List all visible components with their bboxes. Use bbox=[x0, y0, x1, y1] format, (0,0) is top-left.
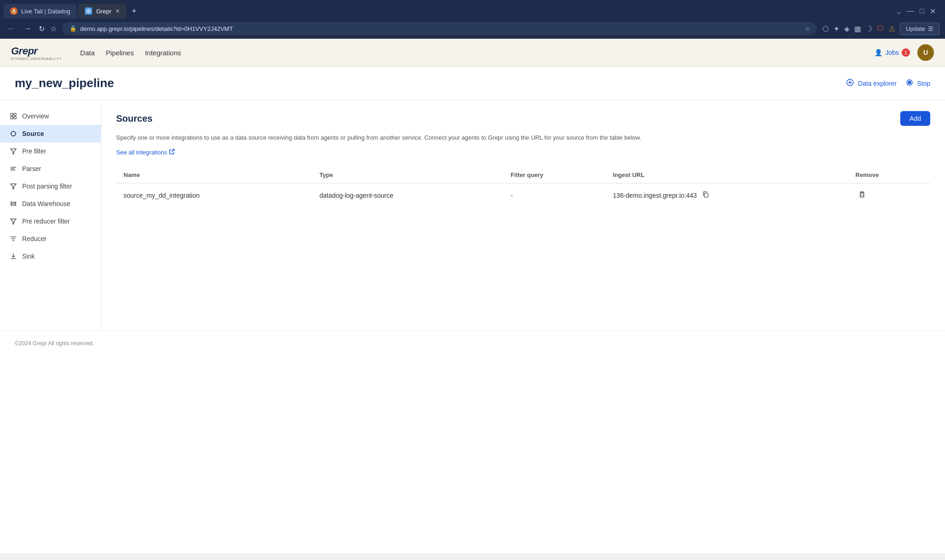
bookmark-button[interactable]: ☆ bbox=[50, 24, 57, 33]
sources-title: Sources bbox=[116, 113, 153, 124]
extension-sparkle-icon[interactable]: ✦ bbox=[833, 24, 839, 33]
svg-rect-7 bbox=[11, 113, 13, 116]
section-header: Sources Add bbox=[116, 111, 930, 126]
sidebar: Overview Source Pre fil bbox=[0, 100, 101, 330]
sources-table: Name Type Filter query Ingest URL Remove… bbox=[116, 167, 930, 207]
tab-grepr[interactable]: Grepr ✕ bbox=[78, 4, 126, 18]
overview-icon bbox=[9, 112, 18, 120]
source-icon bbox=[9, 130, 18, 138]
logo-sub: DYNAMIC OBSERVABILITY bbox=[11, 57, 62, 60]
extension-sidebar-icon[interactable]: ▦ bbox=[854, 24, 861, 33]
sidebar-item-pre-reducer-filter[interactable]: Pre reducer filter bbox=[0, 212, 101, 230]
stop-button[interactable]: Stop bbox=[906, 79, 930, 88]
sidebar-parser-label: Parser bbox=[22, 165, 41, 172]
svg-rect-9 bbox=[11, 117, 13, 119]
row-remove bbox=[848, 183, 930, 207]
browser-chrome: 🐶 Live Tail | Datadog Grepr ✕ + ⌵ — □ ✕ … bbox=[0, 0, 945, 39]
delete-row-button[interactable] bbox=[856, 190, 868, 201]
sidebar-sink-label: Sink bbox=[22, 253, 35, 260]
data-explorer-button[interactable]: Data explorer bbox=[846, 78, 897, 88]
data-explorer-icon bbox=[846, 78, 854, 88]
url-bar[interactable]: 🔒 demo.app.grepr.io/pipelines/details?id… bbox=[62, 22, 817, 35]
browser-extensions: ⬡ ✦ ◈ ▦ ☽ 🛡 ⚠ Update ☰ bbox=[822, 23, 939, 35]
tab-datadog-label: Live Tail | Datadog bbox=[21, 8, 70, 15]
address-bar: ← → ↻ ☆ 🔒 demo.app.grepr.io/pipelines/de… bbox=[0, 18, 945, 39]
sidebar-item-overview[interactable]: Overview bbox=[0, 107, 101, 125]
main-area: Sources Add Specify one or more integrat… bbox=[101, 100, 945, 330]
page-title: my_new_pipeline bbox=[15, 76, 114, 90]
sidebar-item-pre-filter[interactable]: Pre filter bbox=[0, 142, 101, 160]
page-footer: ©2024 Grepr All rights reserved. bbox=[0, 330, 945, 356]
svg-point-1 bbox=[88, 11, 89, 12]
sidebar-source-label: Source bbox=[22, 130, 44, 137]
col-ingest-url: Ingest URL bbox=[606, 167, 848, 183]
extension-gift-icon[interactable]: ◈ bbox=[844, 24, 850, 33]
tab-bar: 🐶 Live Tail | Datadog Grepr ✕ + ⌵ — □ ✕ bbox=[0, 0, 945, 18]
app-header: Grepr DYNAMIC OBSERVABILITY Data Pipelin… bbox=[0, 39, 945, 67]
jobs-badge: 1 bbox=[902, 48, 910, 57]
sink-icon bbox=[9, 252, 18, 260]
main-nav: Data Pipelines Integrations bbox=[80, 47, 181, 59]
row-filter-query: - bbox=[503, 183, 606, 207]
warning-icon[interactable]: ⚠ bbox=[889, 24, 895, 33]
sidebar-post-parsing-filter-label: Post parsing filter bbox=[22, 183, 72, 190]
row-type: datadog-log-agent-source bbox=[312, 183, 503, 207]
tab-grepr-label: Grepr bbox=[96, 8, 111, 15]
extension-puzzle-icon[interactable]: ⬡ bbox=[822, 24, 829, 33]
pre-reducer-filter-icon bbox=[9, 217, 18, 225]
minimize-icon[interactable]: — bbox=[907, 7, 914, 15]
new-tab-button[interactable]: + bbox=[128, 5, 141, 18]
footer-text: ©2024 Grepr All rights reserved. bbox=[15, 340, 94, 347]
parser-icon bbox=[9, 165, 18, 173]
tab-list-icon[interactable]: ⌵ bbox=[897, 7, 901, 16]
row-ingest-url: 136-demo.ingest.grepr.io:443 bbox=[606, 183, 848, 207]
svg-rect-6 bbox=[909, 82, 911, 84]
brave-shield-icon[interactable]: 🛡 bbox=[877, 24, 884, 33]
back-button[interactable]: ← bbox=[6, 23, 17, 35]
external-link-icon bbox=[169, 149, 175, 156]
logo[interactable]: Grepr DYNAMIC OBSERVABILITY bbox=[11, 45, 62, 60]
avatar[interactable]: U bbox=[917, 44, 934, 61]
col-remove: Remove bbox=[848, 167, 930, 183]
sidebar-item-sink[interactable]: Sink bbox=[0, 248, 101, 265]
col-filter-query: Filter query bbox=[503, 167, 606, 183]
add-button[interactable]: Add bbox=[900, 111, 930, 126]
tab-close-icon[interactable]: ✕ bbox=[115, 8, 120, 14]
lock-icon: 🔒 bbox=[70, 25, 77, 32]
sidebar-item-source[interactable]: Source bbox=[0, 125, 101, 142]
sidebar-reducer-label: Reducer bbox=[22, 235, 47, 242]
logo-text: Grepr bbox=[11, 45, 62, 57]
nav-pipelines[interactable]: Pipelines bbox=[106, 47, 134, 59]
nav-integrations[interactable]: Integrations bbox=[145, 47, 181, 59]
sidebar-pre-reducer-filter-label: Pre reducer filter bbox=[22, 218, 70, 225]
sidebar-item-data-warehouse[interactable]: Data Warehouse bbox=[0, 195, 101, 212]
update-button[interactable]: Update ☰ bbox=[900, 23, 939, 35]
svg-point-11 bbox=[11, 131, 16, 136]
refresh-button[interactable]: ↻ bbox=[39, 24, 45, 33]
svg-rect-10 bbox=[14, 117, 16, 119]
svg-marker-16 bbox=[11, 149, 16, 154]
see-all-integrations-link[interactable]: See all integrations bbox=[116, 149, 175, 156]
sidebar-item-parser[interactable]: Parser bbox=[0, 160, 101, 177]
copy-url-button[interactable] bbox=[701, 190, 711, 200]
url-text: demo.app.grepr.io/pipelines/details?id=0… bbox=[80, 25, 798, 32]
data-explorer-label: Data explorer bbox=[858, 80, 897, 87]
col-type: Type bbox=[312, 167, 503, 183]
maximize-icon[interactable]: □ bbox=[920, 7, 924, 15]
window-close-icon[interactable]: ✕ bbox=[930, 7, 936, 16]
main-layout: Overview Source Pre fil bbox=[0, 100, 945, 330]
person-icon: 👤 bbox=[874, 49, 882, 56]
forward-button[interactable]: → bbox=[22, 23, 33, 35]
share-icon[interactable]: ⎋ bbox=[806, 25, 809, 32]
jobs-button[interactable]: 👤 Jobs 1 bbox=[874, 48, 910, 57]
extension-moon-icon[interactable]: ☽ bbox=[866, 24, 872, 33]
header-right: 👤 Jobs 1 U bbox=[874, 44, 934, 61]
sidebar-item-post-parsing-filter[interactable]: Post parsing filter bbox=[0, 177, 101, 195]
sidebar-item-reducer[interactable]: Reducer bbox=[0, 230, 101, 248]
section-description: Specify one or more integrations to use … bbox=[116, 133, 930, 142]
row-name: source_my_dd_integration bbox=[116, 183, 312, 207]
tab-datadog[interactable]: 🐶 Live Tail | Datadog bbox=[4, 4, 77, 18]
svg-marker-20 bbox=[11, 184, 16, 189]
page-actions: Data explorer Stop bbox=[846, 78, 930, 88]
nav-data[interactable]: Data bbox=[80, 47, 95, 59]
